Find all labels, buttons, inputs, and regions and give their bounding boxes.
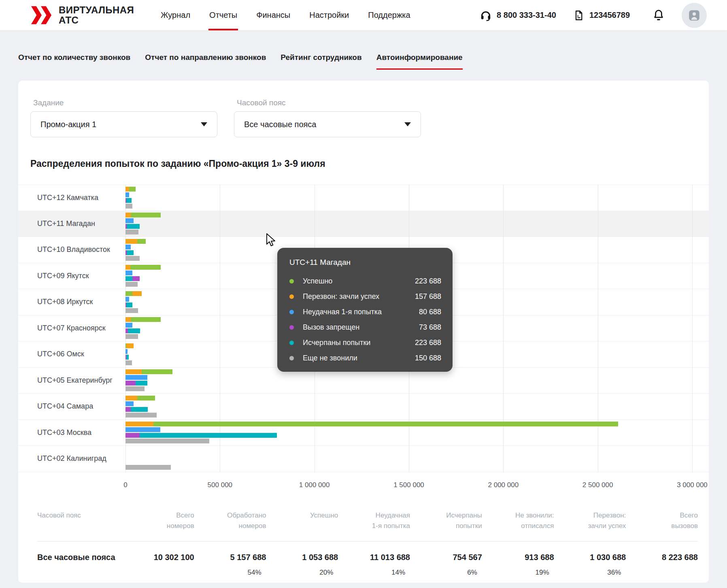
bar-segment-orange xyxy=(125,213,131,217)
bar-line xyxy=(125,355,134,360)
table-header-cell: Перезвон: зачли успех xyxy=(554,510,626,531)
bar-segment-teal xyxy=(126,355,129,360)
axis-tick-label: 3 000 000 xyxy=(677,481,708,489)
bar-group xyxy=(125,343,134,366)
bar-segment-blue xyxy=(125,323,132,328)
nav-item-reports[interactable]: Отчеты xyxy=(209,0,237,30)
bar-segment-blue xyxy=(125,375,147,380)
tab-call-direction-report[interactable]: Отчет по направлению звонков xyxy=(145,53,266,70)
nav-item-settings[interactable]: Настройки xyxy=(309,0,349,30)
bar-segment-teal xyxy=(125,276,132,281)
bar-segment-blue xyxy=(125,245,131,249)
account-number-value: 123456789 xyxy=(589,11,630,20)
chart-row-label: UTC+07 Красноярск xyxy=(18,324,125,332)
chart-row-label: UTC+10 Владивосток xyxy=(18,245,125,254)
chart-title: Распределения попыток по заданию «Промо-… xyxy=(30,158,709,169)
logo[interactable]: ВИРТУАЛЬНАЯ АТС xyxy=(30,5,134,25)
document-icon xyxy=(573,10,585,21)
axis-tick-label: 1 500 000 xyxy=(393,481,424,489)
bar-line xyxy=(125,218,161,223)
timezone-select[interactable]: Все часовые пояса xyxy=(234,111,421,137)
bar-line xyxy=(125,297,142,302)
bar-segment-gray xyxy=(125,308,138,313)
table-cell-percent: 36% xyxy=(554,569,626,577)
chart-row-label: UTC+02 Калиниград xyxy=(18,454,125,463)
bar-line xyxy=(125,204,136,209)
chart-row-label: UTC+11 Магадан xyxy=(18,219,125,228)
bar-segment-orange xyxy=(125,396,137,401)
bar-line xyxy=(125,328,161,333)
bar-segment-green xyxy=(137,396,155,401)
timezone-filter-label: Часовой пояс xyxy=(237,98,421,107)
notifications-button[interactable] xyxy=(653,9,665,22)
app-header: ВИРТУАЛЬНАЯ АТС Журнал Отчеты Финансы На… xyxy=(0,0,727,30)
task-select[interactable]: Промо-акция 1 xyxy=(30,111,217,137)
bar-line xyxy=(125,433,618,438)
bar-line xyxy=(125,369,172,374)
bar-segment-gray xyxy=(125,439,209,443)
tooltip-item: Вызов запрещен73 688 xyxy=(289,320,441,335)
timezone-select-value: Все часовые пояса xyxy=(244,120,404,129)
bar-group xyxy=(125,316,161,340)
tooltip-item-value: 157 688 xyxy=(415,292,441,301)
bar-segment-gray xyxy=(125,386,145,391)
bar-segment-orange xyxy=(125,317,131,322)
chart-row-bars[interactable] xyxy=(125,394,692,420)
chart-row-bars[interactable] xyxy=(125,446,692,472)
bar-line xyxy=(125,343,134,348)
tab-call-count-report[interactable]: Отчет по количеству звонков xyxy=(18,53,130,70)
nav-item-journal[interactable]: Журнал xyxy=(161,0,190,30)
chart-row-bars[interactable] xyxy=(125,420,692,446)
bar-segment-green xyxy=(137,239,146,244)
summary-table-percents: 54%20%14%6%19%36% xyxy=(37,562,698,577)
table-row-label: Все часовые пояса xyxy=(37,553,122,562)
bar-group xyxy=(125,290,142,314)
tab-employee-rating[interactable]: Рейтинг сотрудников xyxy=(281,53,361,70)
main-nav: Журнал Отчеты Финансы Настройки Поддержк… xyxy=(161,0,410,30)
tooltip-item-label: Еще не звонили xyxy=(303,354,415,362)
axis-tick-label: 2 000 000 xyxy=(488,481,519,489)
table-header-cell: Обработано номеров xyxy=(194,510,266,531)
chart-row-bars[interactable] xyxy=(125,185,692,211)
chevron-down-icon xyxy=(404,122,411,126)
bar-line xyxy=(125,245,146,249)
bar-line xyxy=(125,323,161,328)
bar-line xyxy=(125,386,172,391)
tooltip-item-value: 80 688 xyxy=(419,308,441,316)
table-cell-percent xyxy=(626,569,698,577)
table-header-cell: Всего номеров xyxy=(122,510,194,531)
summary-table: Часовой поясВсего номеровОбработано номе… xyxy=(18,510,709,577)
legend-dot-gray xyxy=(289,356,294,360)
tooltip-item: Еще не звонили150 688 xyxy=(289,350,441,366)
table-cell-percent: 6% xyxy=(410,569,482,577)
tooltip-item-label: Неудачная 1-я попытка xyxy=(303,308,419,316)
tab-autoinforming[interactable]: Автоинформирование xyxy=(376,53,463,70)
support-phone-number: 8 800 333-31-40 xyxy=(497,11,556,20)
chart-row-bars[interactable] xyxy=(125,211,692,237)
nav-item-support[interactable]: Поддержка xyxy=(368,0,410,30)
axis-tick-label: 500 000 xyxy=(208,481,232,489)
nav-item-finance[interactable]: Финансы xyxy=(256,0,290,30)
chart-x-axis: 0500 0001 000 0001 500 0002 000 0002 500… xyxy=(125,472,692,492)
bar-line xyxy=(125,375,172,380)
bar-segment-teal xyxy=(127,250,134,255)
table-cell-value: 1 030 688 xyxy=(554,553,626,562)
table-header-cell: Не звонили: отписался xyxy=(482,510,554,531)
bar-segment-purple xyxy=(125,381,136,386)
support-phone[interactable]: 8 800 333-31-40 xyxy=(480,9,556,21)
bar-segment-gray xyxy=(125,204,132,209)
bar-line xyxy=(125,291,142,296)
bar-segment-green xyxy=(125,291,132,296)
bar-segment-green xyxy=(142,369,172,374)
user-avatar[interactable] xyxy=(682,3,707,28)
bar-segment-teal xyxy=(140,433,277,438)
account-number[interactable]: 123456789 xyxy=(573,10,630,21)
legend-dot-teal xyxy=(289,341,294,345)
report-tabs: Отчет по количеству звонков Отчет по нап… xyxy=(0,53,727,70)
tooltip-item-value: 223 688 xyxy=(415,339,441,347)
bar-segment-orange xyxy=(125,422,153,426)
chart-tooltip: UTC+11 Магадан Успешно223 688Перезвон: з… xyxy=(277,248,453,372)
bar-segment-blue xyxy=(125,192,129,197)
task-select-value: Промо-акция 1 xyxy=(40,120,201,129)
table-cell-percent xyxy=(122,569,194,577)
